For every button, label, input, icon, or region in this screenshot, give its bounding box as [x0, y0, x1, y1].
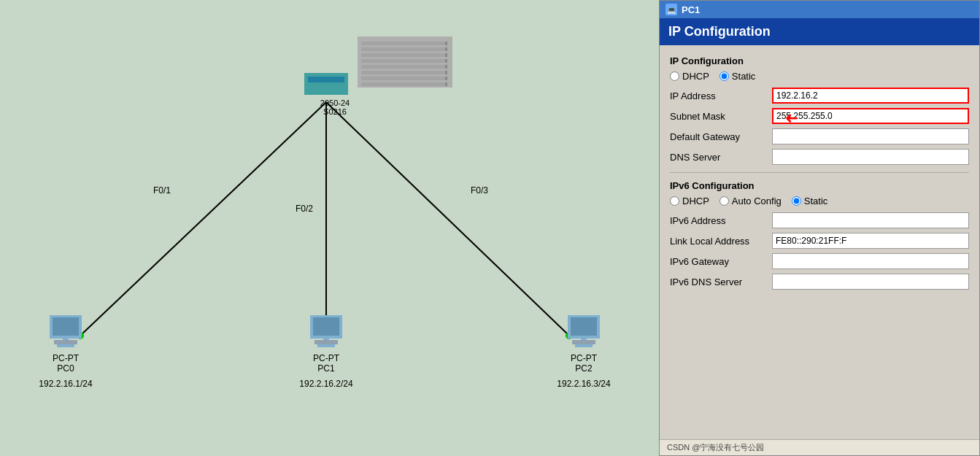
dhcp-radio[interactable]: [670, 72, 679, 81]
ipv6-static-label[interactable]: Static: [792, 196, 828, 206]
ipv4-mode-row: DHCP Static: [670, 71, 969, 82]
pc-icon: 💻: [665, 4, 677, 15]
subnet-mask-row: Subnet Mask: [670, 108, 969, 124]
default-gateway-label: Default Gateway: [670, 131, 772, 142]
network-diagram: [0, 0, 657, 456]
footer-bar: CSDN @宁海没有七号公园: [660, 439, 979, 455]
ip-address-row: IP Address: [670, 88, 969, 104]
blurred-element: [358, 36, 445, 88]
dns-server-input[interactable]: [772, 149, 969, 165]
ipv6-gateway-row: IPv6 Gateway: [670, 253, 969, 269]
default-gateway-row: Default Gateway: [670, 128, 969, 144]
subnet-mask-label: Subnet Mask: [670, 111, 772, 122]
ipv6-auto-label[interactable]: Auto Config: [719, 196, 782, 206]
ipv6-auto-radio[interactable]: [719, 196, 729, 206]
link-local-row: Link Local Address: [670, 233, 969, 249]
static-radio-label[interactable]: Static: [719, 71, 756, 82]
subnet-mask-input[interactable]: [772, 108, 969, 124]
ipv6-static-radio[interactable]: [792, 196, 801, 206]
ipv6-dhcp-label[interactable]: DHCP: [670, 196, 709, 206]
ipv6-dns-label: IPv6 DNS Server: [670, 277, 772, 287]
ipv6-dns-row: IPv6 DNS Server: [670, 274, 969, 290]
dns-server-label: DNS Server: [670, 152, 772, 163]
ip-config-header: IP Configuration: [660, 18, 979, 45]
ipv6-dhcp-radio[interactable]: [670, 196, 679, 206]
dhcp-radio-label[interactable]: DHCP: [670, 71, 709, 82]
link-local-label: Link Local Address: [670, 236, 772, 247]
static-radio[interactable]: [719, 72, 729, 81]
ipv6-mode-row: DHCP Auto Config Static: [670, 196, 969, 206]
dns-server-row: DNS Server: [670, 149, 969, 165]
dialog-title: PC1: [682, 4, 700, 15]
ipv4-section-title: IP Configuration: [670, 55, 969, 66]
ipv6-address-row: IPv6 Address: [670, 212, 969, 228]
ipv6-section-title: IPv6 Configuration: [670, 180, 969, 191]
section-divider: [670, 172, 969, 173]
default-gateway-input[interactable]: [772, 128, 969, 144]
pc1-dialog[interactable]: 💻 PC1 IP Configuration IP Configuration …: [659, 0, 980, 456]
dialog-body: IP Configuration DHCP Static IP Address …: [660, 45, 979, 301]
ip-address-label: IP Address: [670, 90, 772, 101]
pc1-titlebar: 💻 PC1: [660, 1, 979, 18]
ipv6-address-label: IPv6 Address: [670, 215, 772, 226]
ipv6-address-input[interactable]: [772, 212, 969, 228]
ipv6-gateway-label: IPv6 Gateway: [670, 256, 772, 267]
ip-address-input[interactable]: [772, 88, 969, 104]
ipv6-gateway-input[interactable]: [772, 253, 969, 269]
ipv6-dns-input[interactable]: [772, 274, 969, 290]
link-local-input[interactable]: [772, 233, 969, 249]
